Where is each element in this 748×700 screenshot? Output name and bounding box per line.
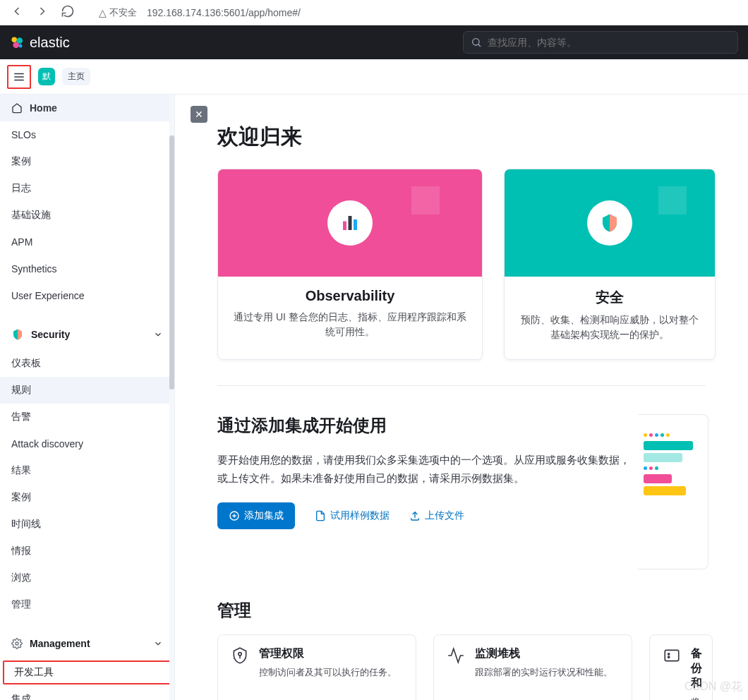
app-header: elastic: [0, 25, 748, 59]
svg-rect-8: [354, 219, 357, 230]
forward-button[interactable]: [32, 1, 52, 23]
address-bar-url[interactable]: 192.168.174.136:5601/app/home#/: [147, 7, 301, 18]
elastic-logo-icon: [10, 35, 24, 49]
svg-point-4: [473, 39, 479, 45]
svg-point-2: [13, 42, 19, 48]
integration-illustration: [638, 414, 708, 569]
browser-toolbar: △ 不安全 192.168.174.136:5601/app/home#/: [0, 0, 748, 25]
card-hero: [505, 169, 715, 277]
chevron-down-icon: [153, 639, 163, 648]
warning-icon: △: [99, 7, 107, 18]
card-observability[interactable]: Observability 通过专用 UI 整合您的日志、指标、应用程序跟踪和系…: [217, 169, 483, 360]
mgmt-card-title: 备份和: [691, 646, 702, 691]
shield-icon: [599, 212, 620, 234]
shield-key-icon: [231, 646, 249, 665]
card-desc: 预防、收集、检测和响应威胁，以对整个基础架构实现统一的保护。: [517, 313, 702, 342]
sidebar-item-rules[interactable]: 规则: [0, 377, 174, 404]
security-label: Security: [31, 329, 70, 340]
mgmt-card-desc: 跟踪部署的实时运行状况和性能。: [475, 665, 613, 680]
page-title: 欢迎归来: [217, 123, 748, 152]
svg-point-12: [668, 653, 670, 655]
sidebar-item-timeline[interactable]: 时间线: [0, 511, 174, 538]
search-input[interactable]: [488, 37, 730, 48]
sidebar-section-management[interactable]: Management: [0, 628, 174, 659]
nav-toggle-button[interactable]: [7, 65, 31, 89]
gear-icon: [11, 638, 23, 649]
sidebar-item-logs[interactable]: 日志: [0, 175, 174, 202]
breadcrumb-home[interactable]: 主页: [62, 68, 90, 85]
sidebar-scrollbar[interactable]: [169, 95, 174, 700]
deployment-badge[interactable]: 默: [38, 68, 55, 85]
card-title: 安全: [517, 288, 702, 307]
svg-rect-7: [349, 216, 352, 230]
scrollbar-thumb[interactable]: [169, 135, 174, 390]
chevron-down-icon: [153, 330, 163, 339]
svg-rect-6: [343, 222, 346, 231]
search-icon: [471, 37, 482, 48]
insecure-badge[interactable]: △ 不安全: [99, 6, 137, 19]
add-integration-button[interactable]: 添加集成: [217, 502, 295, 529]
management-label: Management: [30, 638, 90, 649]
mgmt-card-title: 监测堆栈: [475, 646, 613, 661]
try-sample-data-link[interactable]: 试用样例数据: [315, 509, 390, 522]
refresh-button[interactable]: [58, 1, 78, 23]
mgmt-card-desc: 控制访问者及其可以执行的任务。: [259, 665, 397, 680]
sidebar-section-security[interactable]: Security: [0, 319, 174, 350]
mgmt-card-desc: 将快照: [691, 695, 702, 700]
sub-header: 默 主页: [0, 59, 748, 95]
sidebar-item-explore[interactable]: 浏览: [0, 565, 174, 591]
sidebar-item-home[interactable]: Home: [0, 95, 174, 121]
sidebar-item-manage[interactable]: 管理: [0, 591, 174, 618]
plus-circle-icon: [229, 510, 240, 521]
sidebar-item-intel[interactable]: 情报: [0, 538, 174, 565]
main-content: ✕ 欢迎归来: [175, 95, 748, 700]
document-icon: [315, 510, 326, 521]
collapse-nav-button[interactable]: ✕: [191, 106, 207, 123]
sidebar-item-dashboard[interactable]: 仪表板: [0, 350, 174, 377]
sidebar-item-findings[interactable]: 结果: [0, 457, 174, 484]
card-hero: [218, 169, 482, 277]
mgmt-card-backup[interactable]: 备份和 将快照: [649, 634, 713, 700]
svg-rect-11: [665, 650, 679, 660]
solution-cards: Observability 通过专用 UI 整合您的日志、指标、应用程序跟踪和系…: [217, 169, 748, 360]
card-title: Observability: [231, 288, 469, 304]
management-cards: 管理权限 控制访问者及其可以执行的任务。 监测堆栈 跟踪部署的实时运行状况和性能…: [217, 634, 748, 700]
global-search[interactable]: [463, 31, 738, 54]
card-desc: 通过专用 UI 整合您的日志、指标、应用程序跟踪和系统可用性。: [231, 310, 469, 339]
svg-point-10: [239, 653, 241, 656]
mgmt-card-permissions[interactable]: 管理权限 控制访问者及其可以执行的任务。: [217, 634, 416, 700]
sidebar-item-sec-cases[interactable]: 案例: [0, 484, 174, 511]
mgmt-card-monitor[interactable]: 监测堆栈 跟踪部署的实时运行状况和性能。: [433, 634, 632, 700]
sidebar-item-slos[interactable]: SLOs: [0, 121, 174, 148]
upload-icon: [409, 510, 421, 521]
security-icon: [11, 328, 24, 341]
sidebar-item-attack-discovery[interactable]: Attack discovery: [0, 430, 174, 457]
card-security[interactable]: 安全 预防、收集、检测和响应威胁，以对整个基础架构实现统一的保护。: [504, 169, 716, 360]
storage-icon: [663, 646, 681, 665]
home-icon: [11, 102, 23, 114]
sidebar-item-apm[interactable]: APM: [0, 229, 174, 255]
brand-name: elastic: [30, 35, 70, 51]
brand-logo[interactable]: elastic: [10, 35, 70, 51]
sidebar: Home SLOs 案例 日志 基础设施 APM Synthetics User…: [0, 95, 175, 700]
sidebar-item-alerts[interactable]: 告警: [0, 404, 174, 430]
svg-point-5: [16, 642, 18, 645]
upload-file-link[interactable]: 上传文件: [409, 509, 464, 522]
sidebar-home-label: Home: [30, 102, 57, 114]
sidebar-item-ux[interactable]: User Experience: [0, 282, 174, 309]
hamburger-icon: [13, 71, 25, 83]
svg-point-13: [668, 656, 670, 658]
sidebar-item-synthetics[interactable]: Synthetics: [0, 255, 174, 282]
mgmt-card-title: 管理权限: [259, 646, 397, 661]
heartbeat-icon: [447, 646, 465, 665]
sidebar-item-devtools[interactable]: 开发工具: [3, 660, 171, 684]
integration-desc: 要开始使用您的数据，请使用我们众多采集选项中的一个选项。从应用或服务收集数据，或…: [217, 451, 634, 487]
sidebar-item-integrations[interactable]: 集成: [0, 686, 174, 700]
observability-icon: [339, 212, 361, 234]
sidebar-item-infra[interactable]: 基础设施: [0, 202, 174, 229]
svg-point-3: [19, 44, 23, 48]
back-button[interactable]: [7, 1, 27, 23]
manage-title: 管理: [217, 599, 748, 622]
sidebar-item-cases[interactable]: 案例: [0, 148, 174, 175]
integration-section: 通过添加集成开始使用 要开始使用您的数据，请使用我们众多采集选项中的一个选项。从…: [217, 414, 748, 569]
